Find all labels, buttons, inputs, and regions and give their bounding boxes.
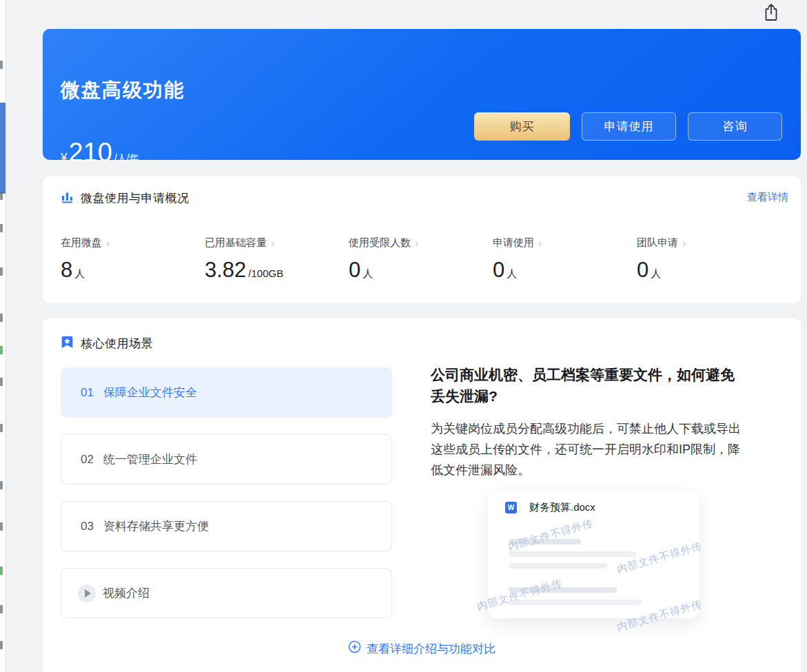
stat-unit: 人 <box>651 267 661 281</box>
view-full-intro-link[interactable]: 查看详细介绍与功能对比 <box>43 641 801 656</box>
skeleton-text-line <box>509 539 581 544</box>
stat-label: 申请使用 <box>493 236 534 250</box>
usage-overview-card: 微盘使用与申请概况 查看详情 在用微盘 › 8 人 已用基础容量 › 3.82 … <box>43 176 801 303</box>
play-icon <box>78 584 96 602</box>
view-details-link[interactable]: 查看详情 <box>747 191 788 204</box>
plus-circle-icon <box>348 640 361 657</box>
stat-restricted-users[interactable]: 使用受限人数 › 0 人 <box>349 236 493 283</box>
price-amount: 210 <box>68 138 112 167</box>
scenario-number: 03 <box>81 520 94 533</box>
skeleton-text-line <box>509 587 617 593</box>
stat-value: 0 <box>637 258 648 283</box>
core-scenarios-title: 核心使用场景 <box>81 336 153 352</box>
document-header: W 财务预算.docx <box>505 501 595 514</box>
stat-active-drive[interactable]: 在用微盘 › 8 人 <box>61 236 205 283</box>
scenario-label: 保障企业文件安全 <box>103 385 197 400</box>
background-window-fragment <box>0 224 3 232</box>
stat-value: 8 <box>61 258 72 283</box>
stat-unit: /100GB <box>248 267 283 279</box>
core-scenarios-card: 核心使用场景 01 保障企业文件安全 02 统一管理企业文件 03 资料存储共享… <box>43 318 801 672</box>
premium-feature-banner: 微盘高级功能 ¥ 210 /人/年 购买 申请使用 咨询 <box>43 29 801 160</box>
background-window-fragment <box>0 267 3 276</box>
video-intro-item[interactable]: 视频介绍 <box>61 568 392 618</box>
consult-button[interactable]: 咨询 <box>688 112 782 141</box>
background-window-fragment <box>0 378 3 386</box>
skeleton-text-line <box>509 600 642 605</box>
apply-button[interactable]: 申请使用 <box>582 112 676 141</box>
stat-label: 使用受限人数 <box>349 236 411 250</box>
background-window-fragment <box>0 314 3 322</box>
background-window-fragment <box>0 481 3 489</box>
core-scenarios-header: 核心使用场景 <box>61 336 153 352</box>
background-window-fragment <box>0 567 3 575</box>
scenario-item-file-security[interactable]: 01 保障企业文件安全 <box>61 367 392 418</box>
skeleton-text-line <box>509 563 607 569</box>
price: ¥ 210 /人/年 <box>61 138 139 167</box>
stat-label: 已用基础容量 <box>205 236 267 250</box>
skeleton-text-line <box>509 551 636 557</box>
chevron-right-icon: › <box>271 238 274 248</box>
chevron-right-icon: › <box>106 238 110 248</box>
document-filename: 财务预算.docx <box>529 501 595 514</box>
stat-unit: 人 <box>362 267 373 281</box>
stat-value: 3.82 <box>205 258 246 283</box>
share-export-icon <box>762 3 780 25</box>
scenario-label: 资料存储共享更方便 <box>103 518 209 534</box>
scenario-detail-heading: 公司商业机密、员工档案等重要文件，如何避免丢失泄漏? <box>431 364 746 407</box>
usage-overview-header: 微盘使用与申请概况 <box>61 190 190 206</box>
view-full-intro-label: 查看详细介绍与功能对比 <box>367 641 496 657</box>
stat-value: 0 <box>493 258 504 283</box>
stat-unit: 人 <box>74 267 85 281</box>
page-title: 微盘高级功能 <box>61 77 185 103</box>
bar-chart-icon <box>61 190 74 206</box>
chevron-right-icon: › <box>415 238 418 248</box>
usage-overview-title: 微盘使用与申请概况 <box>81 190 190 206</box>
stats-row: 在用微盘 › 8 人 已用基础容量 › 3.82 /100GB 使用受限人数 › <box>61 236 783 283</box>
hero-button-group: 购买 申请使用 咨询 <box>474 112 782 141</box>
background-window-fragment <box>0 61 3 69</box>
chevron-right-icon: › <box>682 238 686 248</box>
stat-apply-usage[interactable]: 申请使用 › 0 人 <box>493 236 637 283</box>
stat-used-capacity[interactable]: 已用基础容量 › 3.82 /100GB <box>205 236 349 283</box>
buy-button[interactable]: 购买 <box>474 112 570 141</box>
word-file-icon: W <box>505 502 522 514</box>
stat-value: 0 <box>349 258 360 283</box>
share-button[interactable] <box>761 3 782 24</box>
stat-label: 在用微盘 <box>61 236 102 250</box>
background-window-fragment <box>0 605 3 613</box>
background-window-fragment <box>0 346 3 354</box>
scenario-item-storage-sharing[interactable]: 03 资料存储共享更方便 <box>61 501 392 551</box>
scenario-detail-body: 为关键岗位成员分配高级功能后，可禁止他人下载或导出这些成员上传的文件，还可统一开… <box>431 418 746 480</box>
scenario-number: 01 <box>81 386 94 400</box>
stat-team-apply[interactable]: 团队申请 › 0 人 <box>637 236 781 283</box>
background-window-selection <box>0 103 6 194</box>
scenario-label: 统一管理企业文件 <box>103 451 197 467</box>
background-window-fragment <box>0 424 3 432</box>
chevron-right-icon: › <box>538 238 542 248</box>
background-window-sliver <box>0 0 6 672</box>
price-currency: ¥ <box>61 151 67 165</box>
bookmark-star-icon <box>61 336 74 352</box>
background-window-fragment <box>0 522 3 531</box>
price-unit: /人/年 <box>114 152 139 165</box>
background-window-fragment <box>0 641 3 649</box>
background-window-fragment <box>0 192 3 200</box>
scenario-item-unified-management[interactable]: 02 统一管理企业文件 <box>61 434 392 485</box>
stat-label: 团队申请 <box>637 236 678 250</box>
video-intro-label: 视频介绍 <box>103 585 150 601</box>
stat-unit: 人 <box>507 267 517 281</box>
scenario-number: 02 <box>81 453 94 467</box>
